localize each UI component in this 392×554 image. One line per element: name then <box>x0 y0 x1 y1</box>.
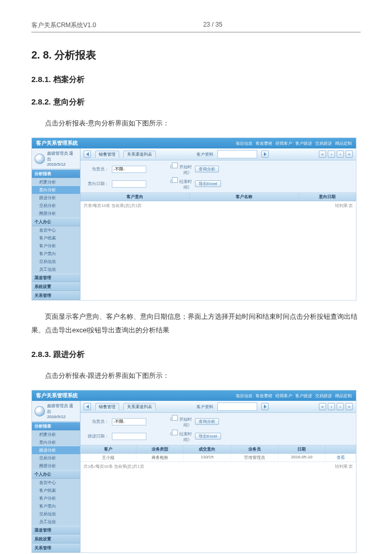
heading-2-8-3: 2.8.3. 跟进分析 <box>31 350 361 360</box>
crm-titlebar-2: 客户关系管理系统 项目信息 客改赛程 经我客户 客户跟进 交易跟进 精品定制 <box>32 390 356 401</box>
sidebar-item-intention[interactable]: 意向分析 <box>32 186 80 194</box>
query-button[interactable]: 查询分析 <box>195 166 219 172</box>
export-button[interactable]: 导出Excel <box>195 433 221 440</box>
document-page: 客户关系CRM系统V1.0 23 / 35 2. 8. 分析报表 2.8.1. … <box>0 0 392 554</box>
sidebar-sec-personal[interactable]: 个人办公 <box>32 217 80 226</box>
nav-last-icon[interactable]: » <box>345 151 353 158</box>
nav-next-icon[interactable]: › <box>337 151 344 158</box>
tab-sales[interactable]: 销售管理 <box>95 151 119 158</box>
query-button[interactable]: 查询分析 <box>195 418 219 425</box>
crm-table-follow: 客户 业务类型 成交意向 业务员 日期 王小姐 商务检验 110/15 宣传管理… <box>80 445 356 471</box>
search-go-icon[interactable] <box>261 151 269 158</box>
sidebar-item-archive[interactable]: 档案分析 <box>32 178 80 186</box>
table-row[interactable]: 王小姐 商务检验 110/15 宣传管理员 2016-05-10 查看 <box>80 454 356 462</box>
crm-date: 2016/5/12 <box>47 162 77 167</box>
table-footer-left: 共查/每页10条 当前第(页)共1页 <box>84 203 142 209</box>
sidebar-sec-channel[interactable]: 渠道管理 <box>32 273 80 282</box>
heading-2-8: 2. 8. 分析报表 <box>31 48 361 62</box>
crm-titlebar: 客户关系管理系统 项目信息 客改赛程 经我客户 客户跟进 交易跟进 精品定制 <box>32 138 356 148</box>
crm-table-intention: 客户意向 客户名称 意向日期 共查/每页10条 当前第(页)共1页 转到第 页 <box>80 193 356 210</box>
tab-channel-list[interactable]: 关系渠道列表 <box>123 151 156 158</box>
belong-select[interactable] <box>112 418 146 425</box>
sidebar-item-deal[interactable]: 交易分析 <box>32 202 80 210</box>
search-go-icon[interactable] <box>261 403 269 410</box>
para-282-desc: 页面显示客户意向、客户名称、意向日期信息；界面上方选择开始时间和结束时间点击分析… <box>31 310 361 337</box>
start-checkbox[interactable] <box>172 163 178 168</box>
collapse-icon[interactable] <box>84 403 91 410</box>
crm-app-title-2: 客户关系管理系统 <box>36 392 78 399</box>
sidebar-item-follow-active[interactable]: 跟进分析 <box>32 446 80 454</box>
crm-screenshot-follow: 客户关系管理系统 项目信息 客改赛程 经我客户 客户跟进 交易跟进 精品定制 超… <box>31 390 356 553</box>
table-footer-right: 转到第 页 <box>335 203 353 209</box>
crm-toolbar: 销售管理 关系渠道列表 客户资料 « ‹ › » <box>80 148 356 160</box>
collapse-icon[interactable] <box>84 151 91 158</box>
avatar-icon <box>34 154 45 164</box>
sidebar-sec-sys[interactable]: 系统设置 <box>32 282 80 291</box>
crm-filter: 负责员： 《开始时间》 查询分析 意向日期： 《结束时间》 导出Excel <box>80 160 356 193</box>
view-link[interactable]: 查看 <box>326 454 356 461</box>
crm-sidebar-2: 超级管理员 退出 2016/5/12 分析报表 档案分析 意向分析 跟进分析 交… <box>32 401 80 552</box>
search-input[interactable] <box>217 150 257 158</box>
col-intention: 客户意向 <box>80 193 190 201</box>
avatar-icon <box>34 406 45 417</box>
search-label: 客户资料 <box>197 152 213 157</box>
heading-2-8-2: 2.8.2. 意向分析 <box>31 97 361 107</box>
search-input[interactable] <box>217 402 257 411</box>
crm-app-title: 客户关系管理系统 <box>36 140 78 147</box>
para-282-intro: 点击分析报表-意向分析界面如下图所示： <box>31 117 361 130</box>
belong-select[interactable] <box>112 166 146 173</box>
doc-header: 客户关系CRM系统V1.0 23 / 35 <box>31 21 361 32</box>
export-button[interactable]: 导出Excel <box>195 180 221 187</box>
crm-screenshot-intention: 客户关系管理系统 项目信息 客改赛程 经我客户 客户跟进 交易跟进 精品定制 超… <box>31 137 356 301</box>
date-input[interactable] <box>112 180 146 188</box>
crm-top-links: 项目信息 客改赛程 经我客户 客户跟进 交易跟进 精品定制 <box>236 141 352 146</box>
sidebar-item-follow[interactable]: 跟进分析 <box>32 194 80 202</box>
heading-2-8-1: 2.8.1. 档案分析 <box>31 75 361 85</box>
doc-title: 客户关系CRM系统V1.0 <box>31 21 96 30</box>
col-custname: 客户名称 <box>190 193 299 201</box>
sidebar-sec-group[interactable]: 关系管理 <box>32 291 80 300</box>
crm-sidebar: 超级管理员 退出 2016/5/12 分析报表 档案分析 意向分析 跟进分析 交… <box>32 148 80 300</box>
doc-page-number: 23 / 35 <box>203 21 223 30</box>
sidebar-sec-analysis[interactable]: 分析报表 <box>32 169 80 178</box>
date-input[interactable] <box>112 433 146 440</box>
date-label: 意向日期： <box>85 181 109 187</box>
end-checkbox[interactable] <box>172 177 178 183</box>
nav-prev-icon[interactable]: ‹ <box>328 151 335 158</box>
nav-first-icon[interactable]: « <box>319 151 326 158</box>
belong-label: 负责员： <box>85 166 109 172</box>
para-283-intro: 点击分析报表-跟进分析界面如下图所示： <box>31 369 361 383</box>
sidebar-item-circle[interactable]: 圈层分析 <box>32 210 80 217</box>
crm-main: 销售管理 关系渠道列表 客户资料 « ‹ › » 负责员： <box>80 148 356 300</box>
col-intdate: 意向日期 <box>299 193 356 201</box>
crm-user-block: 超级管理员 退出 2016/5/12 <box>32 148 80 169</box>
